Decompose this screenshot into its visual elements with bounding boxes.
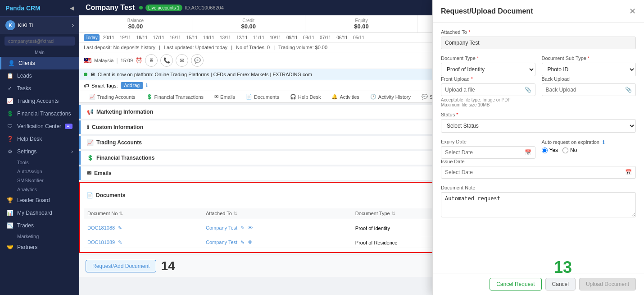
- expiry-date-input[interactable]: [441, 147, 521, 158]
- platform-text: Client is now on platform: Online Tradin…: [98, 72, 312, 77]
- back-upload-field[interactable]: 📎: [542, 83, 636, 96]
- issue-date-field[interactable]: 📅: [441, 166, 636, 179]
- auto-no-radio[interactable]: [562, 148, 568, 153]
- date-10[interactable]: 11/11: [251, 34, 266, 41]
- section-main-label: Main: [0, 48, 79, 57]
- sidebar-item-trades[interactable]: 📉 Trades: [0, 219, 79, 232]
- status-select[interactable]: Select Status: [441, 119, 636, 133]
- view-icon-1[interactable]: 👁: [248, 225, 253, 230]
- attached-link-2[interactable]: Company Test: [206, 240, 237, 245]
- tab-trading-accounts[interactable]: 📈 Trading Accounts: [84, 91, 141, 103]
- sidebar-item-financial-transactions[interactable]: 💲 Financial Transactions: [0, 107, 79, 120]
- date-16[interactable]: 05/11: [351, 34, 366, 41]
- sidebar-item-settings[interactable]: ⚙ Settings ›: [0, 145, 79, 158]
- issue-calendar-icon[interactable]: 📅: [621, 167, 635, 177]
- expiry-calendar-icon[interactable]: 📅: [521, 148, 535, 157]
- date-2[interactable]: 19/11: [118, 34, 133, 41]
- tab-emails[interactable]: ✉ Emails: [209, 91, 240, 103]
- phone-icon-btn[interactable]: 📞: [160, 54, 173, 67]
- sidebar-item-leads[interactable]: 📋 Leads: [0, 69, 79, 82]
- auto-yes-label[interactable]: Yes: [542, 147, 558, 153]
- date-today[interactable]: Today: [84, 34, 100, 41]
- modal-close-button[interactable]: ✕: [629, 6, 636, 16]
- auto-yes-text: Yes: [549, 147, 558, 153]
- sidebar-item-tools[interactable]: Tools: [0, 158, 79, 167]
- sidebar-item-trading-accounts[interactable]: 📈 Trading Accounts: [0, 95, 79, 107]
- date-7[interactable]: 14/11: [201, 34, 216, 41]
- date-3[interactable]: 18/11: [135, 34, 150, 41]
- edit-icon-2[interactable]: ✎: [118, 240, 122, 245]
- add-tag-button[interactable]: Add tag: [121, 82, 143, 89]
- date-8[interactable]: 13/11: [218, 34, 233, 41]
- edit-icon-attached-1[interactable]: ✎: [240, 225, 245, 230]
- tab-activities[interactable]: 🔔 Activities: [326, 91, 364, 103]
- sidebar-item-tasks[interactable]: ✓ Tasks: [0, 82, 79, 95]
- sidebar-item-partners[interactable]: 🤝 Partners: [0, 241, 79, 254]
- edit-icon-1[interactable]: ✎: [118, 225, 122, 230]
- back-upload-icon[interactable]: 📎: [621, 85, 635, 95]
- date-11[interactable]: 10/11: [268, 34, 283, 41]
- date-5[interactable]: 16/11: [168, 34, 183, 41]
- tab-financial-transactions[interactable]: 💲 Financial Transactions: [141, 91, 209, 103]
- monitor-icon-btn[interactable]: 🖥: [145, 54, 158, 67]
- front-upload-icon[interactable]: 📎: [521, 85, 535, 95]
- sidebar-item-analytics[interactable]: Analytics: [0, 185, 79, 194]
- tab-documents[interactable]: 📄 Documents: [240, 91, 285, 103]
- date-14[interactable]: 07/11: [318, 34, 333, 41]
- sms-icon-btn[interactable]: 💬: [191, 54, 204, 67]
- back-upload-input[interactable]: [542, 84, 622, 96]
- sidebar-collapse-icon[interactable]: ◀: [70, 5, 74, 11]
- issue-date-input[interactable]: [441, 166, 621, 178]
- doc-sub-type-select[interactable]: Photo ID: [542, 63, 636, 76]
- cancel-button[interactable]: Cancel: [545, 278, 576, 290]
- request-add-document-button[interactable]: Request/Add Document: [86, 260, 156, 272]
- doc-note-textarea[interactable]: Automated request: [441, 192, 636, 217]
- sidebar-item-clients[interactable]: 👤 Clients: [0, 57, 79, 69]
- doc-link-2[interactable]: DOC181089: [87, 240, 115, 245]
- sidebar-item-marketing[interactable]: Marketing: [0, 232, 79, 241]
- sidebar-item-my-dashboard[interactable]: 📊 My Dashboard: [0, 207, 79, 219]
- sidebar-item-help-desk[interactable]: ❓ Help Desk: [0, 133, 79, 145]
- edit-icon-attached-2[interactable]: ✎: [240, 240, 245, 245]
- avatar: K: [5, 20, 15, 30]
- tab-trading-accounts-icon: 📈: [89, 94, 95, 100]
- upload-row: Front Upload * 📎 Back Upload 📎: [441, 76, 636, 96]
- leads-icon: 📋: [6, 73, 14, 79]
- tasks-icon: ✓: [6, 85, 14, 92]
- date-12[interactable]: 09/11: [285, 34, 299, 41]
- email-icon-btn[interactable]: ✉: [176, 54, 188, 67]
- doc-link-1[interactable]: DOC181088: [87, 225, 115, 230]
- date-15[interactable]: 06/11: [335, 34, 349, 41]
- sidebar-item-autoassign[interactable]: AutoAssign: [0, 167, 79, 176]
- cancel-request-button[interactable]: Cancel Request: [490, 278, 541, 290]
- tab-activity-history-icon: 🕐: [370, 94, 376, 100]
- date-4[interactable]: 17/11: [151, 34, 166, 41]
- col-doc-no: Document No ⇅: [84, 208, 202, 219]
- sidebar-item-smsnotifier[interactable]: SMSNotifier: [0, 176, 79, 185]
- attached-link-1[interactable]: Company Test: [206, 225, 237, 230]
- tab-activity-history[interactable]: 🕐 Activity History: [365, 91, 416, 103]
- sidebar-item-leader-board[interactable]: 🏆 Leader Board: [0, 194, 79, 207]
- time-zone-icon: ⏰: [136, 57, 142, 64]
- auto-no-label[interactable]: No: [562, 147, 577, 153]
- date-1[interactable]: 20/11: [101, 34, 116, 41]
- date-6[interactable]: 15/11: [185, 34, 200, 41]
- date-13[interactable]: 08/11: [301, 34, 316, 41]
- sidebar-label-trading-accounts: Trading Accounts: [17, 98, 59, 104]
- upload-document-button[interactable]: Upload Document: [579, 278, 636, 290]
- sidebar-user[interactable]: K KIKI TI ›: [0, 17, 79, 34]
- sidebar-item-verification[interactable]: 🛡 Verification Center AI: [0, 120, 79, 133]
- expiry-date-field[interactable]: 📅: [441, 146, 535, 159]
- tab-financial-label: Financial Transactions: [154, 94, 204, 100]
- doc-type-select[interactable]: Proof of Identity: [441, 63, 535, 76]
- modal-panel: Request/Upload Document ✕ Attached To * …: [432, 0, 644, 295]
- auto-yes-radio[interactable]: [542, 148, 548, 153]
- front-upload-field[interactable]: 📎: [441, 83, 535, 96]
- search-input[interactable]: [5, 37, 75, 46]
- tab-help-desk[interactable]: 🎧 Help Desk: [285, 91, 327, 103]
- user-chevron: ›: [72, 22, 74, 28]
- front-upload-input[interactable]: [441, 84, 521, 96]
- logo-text: Panda CRM: [5, 5, 41, 12]
- view-icon-2[interactable]: 👁: [248, 240, 253, 245]
- date-9[interactable]: 12/11: [235, 34, 249, 41]
